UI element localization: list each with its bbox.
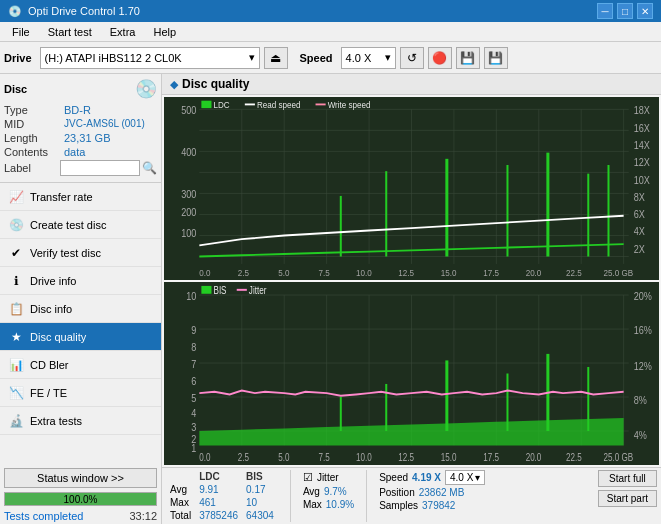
svg-text:0.0: 0.0 xyxy=(199,452,210,463)
nav-disc-quality-label: Disc quality xyxy=(30,331,86,343)
start-part-button[interactable]: Start part xyxy=(598,490,657,507)
status-window-button[interactable]: Status window >> xyxy=(4,468,157,488)
svg-text:500: 500 xyxy=(181,104,196,116)
speed-dropdown-chevron: ▾ xyxy=(475,472,480,483)
svg-text:20%: 20% xyxy=(634,289,652,302)
mid-label: MID xyxy=(4,118,64,130)
svg-text:20.0: 20.0 xyxy=(526,452,542,463)
jitter-max-val: 10.9% xyxy=(326,499,354,510)
svg-text:2.5: 2.5 xyxy=(238,268,249,279)
create-test-disc-icon: 💿 xyxy=(8,217,24,233)
stats-bis-header: BIS xyxy=(242,470,278,483)
stats-ldc-header: LDC xyxy=(195,470,242,483)
svg-text:7.5: 7.5 xyxy=(319,452,330,463)
nav-disc-quality[interactable]: ★ Disc quality xyxy=(0,323,161,351)
top-chart-container: 500 400 300 200 100 18X 16X 14X 12X 10X … xyxy=(164,97,659,280)
nav-transfer-rate[interactable]: 📈 Transfer rate xyxy=(0,183,161,211)
type-label: Type xyxy=(4,104,64,116)
nav-cd-bler[interactable]: 📊 CD Bler xyxy=(0,351,161,379)
app-icon: 💿 xyxy=(8,5,22,18)
nav-drive-info[interactable]: ℹ Drive info xyxy=(0,267,161,295)
svg-rect-51 xyxy=(201,101,211,108)
label-input[interactable] xyxy=(60,160,140,176)
disc-quality-icon: ★ xyxy=(8,329,24,345)
nav-fe-te[interactable]: 📉 FE / TE xyxy=(0,379,161,407)
svg-text:17.5: 17.5 xyxy=(483,268,499,279)
speed-info-val: 4.19 X xyxy=(412,472,441,483)
length-value: 23,31 GB xyxy=(64,132,157,144)
close-button[interactable]: ✕ xyxy=(637,3,653,19)
nav-cd-bler-label: CD Bler xyxy=(30,359,69,371)
svg-text:2.5: 2.5 xyxy=(238,452,249,463)
svg-text:25.0 GB: 25.0 GB xyxy=(603,452,633,463)
nav-verify-test-disc[interactable]: ✔ Verify test disc xyxy=(0,239,161,267)
toolbar-btn-4[interactable]: 💾 xyxy=(484,47,508,69)
position-val: 23862 MB xyxy=(419,487,465,498)
svg-text:20.0: 20.0 xyxy=(526,268,542,279)
right-panel: ◆ Disc quality xyxy=(162,74,661,524)
title-bar: 💿 Opti Drive Control 1.70 ─ □ ✕ xyxy=(0,0,661,22)
toolbar-btn-3[interactable]: 💾 xyxy=(456,47,480,69)
status-row: Tests completed 33:12 xyxy=(4,510,157,522)
menu-start-test[interactable]: Start test xyxy=(40,24,100,40)
stats-area: LDC BIS Avg 9.91 0.17 Max 461 10 Total 3… xyxy=(162,467,661,524)
disc-quality-header-icon: ◆ xyxy=(170,78,178,91)
verify-test-disc-icon: ✔ xyxy=(8,245,24,261)
nav-disc-info[interactable]: 📋 Disc info xyxy=(0,295,161,323)
svg-text:8: 8 xyxy=(191,340,196,353)
nav-extra-tests[interactable]: 🔬 Extra tests xyxy=(0,407,161,435)
nav-list: 📈 Transfer rate 💿 Create test disc ✔ Ver… xyxy=(0,183,161,464)
svg-rect-106 xyxy=(201,286,211,294)
toolbar-btn-2[interactable]: 🔴 xyxy=(428,47,452,69)
label-label: Label xyxy=(4,162,60,174)
jitter-label: Jitter xyxy=(317,472,339,483)
drive-selector[interactable]: (H:) ATAPI iHBS112 2 CL0K ▾ xyxy=(40,47,260,69)
jitter-checkbox[interactable]: ☑ xyxy=(303,471,313,484)
contents-value: data xyxy=(64,146,157,158)
max-label: Max xyxy=(166,496,195,509)
toolbar: Drive (H:) ATAPI iHBS112 2 CL0K ▾ ⏏ Spee… xyxy=(0,42,661,74)
svg-text:8X: 8X xyxy=(634,191,645,203)
top-chart-svg: 500 400 300 200 100 18X 16X 14X 12X 10X … xyxy=(164,97,659,280)
disc-info-icon: 📋 xyxy=(8,301,24,317)
svg-text:22.5: 22.5 xyxy=(566,268,582,279)
speed-dropdown[interactable]: 4.0 X ▾ xyxy=(445,470,485,485)
svg-text:12.5: 12.5 xyxy=(398,452,414,463)
svg-text:10: 10 xyxy=(186,289,196,302)
dropdown-arrow: ▾ xyxy=(249,51,255,64)
minimize-button[interactable]: ─ xyxy=(597,3,613,19)
svg-text:10.0: 10.0 xyxy=(356,268,372,279)
app-title: Opti Drive Control 1.70 xyxy=(28,5,140,17)
jitter-section: ☑ Jitter Avg 9.7% Max 10.9% xyxy=(303,470,354,511)
avg-label: Avg xyxy=(166,483,195,496)
eject-button[interactable]: ⏏ xyxy=(264,47,288,69)
menu-extra[interactable]: Extra xyxy=(102,24,144,40)
start-full-button[interactable]: Start full xyxy=(598,470,657,487)
menu-help[interactable]: Help xyxy=(145,24,184,40)
progress-bar-container: 100.0% xyxy=(4,492,157,506)
toolbar-btn-1[interactable]: ↺ xyxy=(400,47,424,69)
mid-value: JVC-AMS6L (001) xyxy=(64,118,157,130)
nav-create-test-disc[interactable]: 💿 Create test disc xyxy=(0,211,161,239)
svg-text:16%: 16% xyxy=(634,323,652,336)
nav-fe-te-label: FE / TE xyxy=(30,387,67,399)
nav-create-test-disc-label: Create test disc xyxy=(30,219,106,231)
maximize-button[interactable]: □ xyxy=(617,3,633,19)
samples-val: 379842 xyxy=(422,500,455,511)
menu-bar: File Start test Extra Help xyxy=(0,22,661,42)
status-time: 33:12 xyxy=(129,510,157,522)
svg-text:0.0: 0.0 xyxy=(199,268,210,279)
jitter-max-label: Max xyxy=(303,499,322,510)
drive-info-icon: ℹ xyxy=(8,273,24,289)
total-label: Total xyxy=(166,509,195,522)
svg-text:10X: 10X xyxy=(634,174,650,186)
svg-text:4%: 4% xyxy=(634,428,647,441)
bottom-chart-container: 10 9 8 7 6 5 4 3 2 1 20% 16% 12% 8% 4% xyxy=(164,282,659,465)
menu-file[interactable]: File xyxy=(4,24,38,40)
svg-text:Jitter: Jitter xyxy=(249,285,266,296)
speed-selector[interactable]: 4.0 X ▾ xyxy=(341,47,396,69)
label-btn[interactable]: 🔍 xyxy=(142,161,157,175)
length-label: Length xyxy=(4,132,64,144)
svg-text:7.5: 7.5 xyxy=(319,268,330,279)
charts-area: 500 400 300 200 100 18X 16X 14X 12X 10X … xyxy=(162,95,661,467)
